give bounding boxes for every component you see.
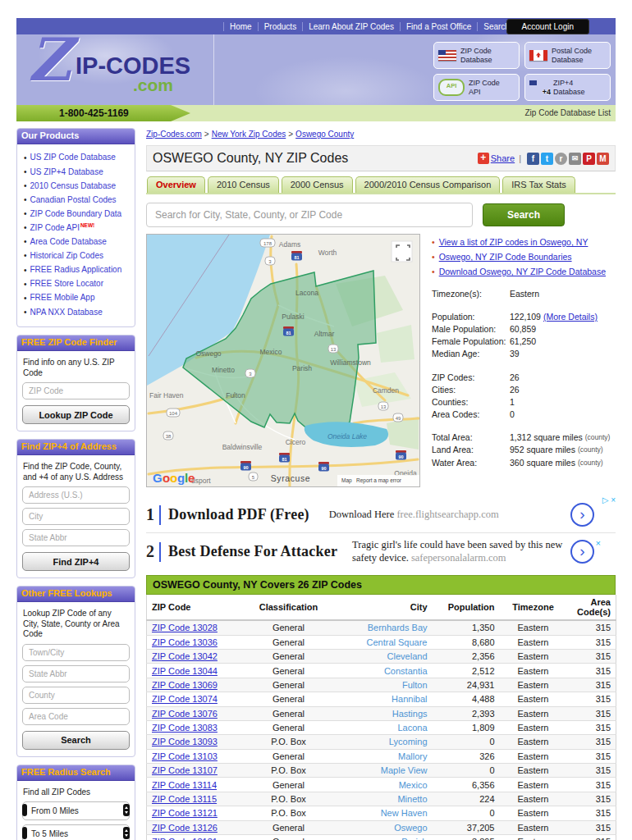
zip-code-link[interactable]: ZIP Code 13114 xyxy=(152,780,217,790)
tab-irs-tax-stats[interactable]: IRS Tax Stats xyxy=(502,176,575,193)
zip-code-input[interactable] xyxy=(22,382,130,399)
area-code-field[interactable] xyxy=(22,708,130,725)
city-link[interactable]: Parish xyxy=(401,837,427,840)
more-details-link[interactable]: (More Details) xyxy=(543,312,598,322)
tab-overview[interactable]: Overview xyxy=(147,176,205,193)
share-social-icon[interactable]: ✉ xyxy=(569,153,581,165)
county-map[interactable]: 178 3 3 13 13 104 38 49 5 81 81 81 xyxy=(146,234,420,487)
quick-link[interactable]: Download Oswego, NY ZIP Code Database xyxy=(439,267,606,276)
lookup-zip-code-button[interactable]: Lookup ZIP Code xyxy=(22,405,130,424)
zip-code-link[interactable]: ZIP Code 13076 xyxy=(152,709,218,719)
city-link[interactable]: Mexico xyxy=(399,780,428,790)
zip-code-link[interactable]: ZIP Code 13103 xyxy=(152,751,218,761)
zip-code-link[interactable]: ZIP Code 13036 xyxy=(152,637,218,647)
report-map-error-link[interactable]: Report a map error xyxy=(356,477,402,484)
share-social-icon[interactable]: r xyxy=(555,153,567,165)
share-link[interactable]: Share xyxy=(491,153,515,163)
tab-2000-census[interactable]: 2000 Census xyxy=(282,176,353,193)
city-field[interactable] xyxy=(22,508,130,525)
zip-code-link[interactable]: ZIP Code 13044 xyxy=(152,666,218,676)
city-link[interactable]: Lycoming xyxy=(389,737,428,746)
city-link[interactable]: Cleveland xyxy=(387,651,428,661)
radius-from-select[interactable]: From 0 Miles xyxy=(22,801,130,820)
tab-2010-census[interactable]: 2010 Census xyxy=(208,176,279,193)
product-link[interactable]: •US ZIP Code Database xyxy=(22,150,130,164)
zip-code-link[interactable]: ZIP Code 13028 xyxy=(152,623,218,632)
zip-code-link[interactable]: ZIP Code 13131 xyxy=(152,837,218,840)
nav-link[interactable]: Find a Post Office xyxy=(400,22,477,31)
account-login-button[interactable]: Account Login xyxy=(506,19,589,34)
product-link[interactable]: •2010 Census Database xyxy=(22,178,130,192)
share-social-icon[interactable]: M xyxy=(597,153,609,165)
city-link[interactable]: Hannibal xyxy=(392,694,427,704)
zip-code-link[interactable]: ZIP Code 13042 xyxy=(152,651,218,661)
quick-link[interactable]: View a list of ZIP codes in Oswego, NY xyxy=(439,237,588,247)
product-link[interactable]: •ZIP Code Boundary Data xyxy=(22,206,130,220)
product-link[interactable]: •NPA NXX Database xyxy=(22,304,130,318)
quick-link[interactable]: Oswego, NY ZIP Code Boundaries xyxy=(439,252,572,262)
zip-code-link[interactable]: ZIP Code 13126 xyxy=(152,823,218,833)
city-link[interactable]: Minetto xyxy=(397,794,427,804)
county-field[interactable] xyxy=(22,687,130,704)
zip-code-link[interactable]: ZIP Code 13074 xyxy=(152,694,218,704)
share-plus-icon[interactable]: + xyxy=(478,153,489,164)
product-link[interactable]: •FREE Mobile App xyxy=(22,290,130,304)
fullscreen-icon[interactable] xyxy=(392,241,412,262)
nav-link[interactable]: Learn About ZIP Codes xyxy=(302,22,400,31)
ad-arrow-button[interactable]: › xyxy=(570,503,594,527)
ad-close-icon[interactable]: × xyxy=(596,538,601,548)
share-social-icon[interactable]: t xyxy=(541,153,553,165)
zip-code-link[interactable]: ZIP Code 13083 xyxy=(152,723,218,733)
find-zip4-button[interactable]: Find ZIP+4 xyxy=(22,552,130,571)
zip-code-database-list-link[interactable]: Zip Code Database List xyxy=(524,108,611,117)
ad-title[interactable]: Best Defense For Attacker xyxy=(168,543,337,560)
product-link[interactable]: •Historical Zip Codes xyxy=(22,249,130,262)
spinner-icon[interactable] xyxy=(123,804,130,816)
search-input[interactable] xyxy=(146,203,473,227)
ad-2[interactable]: × 2 Best Defense For Attacker Tragic gir… xyxy=(146,533,616,570)
state-abbr-field[interactable] xyxy=(22,529,130,546)
product-link[interactable]: •FREE Radius Application xyxy=(22,262,130,276)
address-field[interactable] xyxy=(22,486,130,504)
zip-code-link[interactable]: ZIP Code 13107 xyxy=(152,765,218,775)
product-link[interactable]: •Canadian Postal Codes xyxy=(22,192,130,206)
town-city-field[interactable] xyxy=(22,644,130,661)
city-link[interactable]: Bernhards Bay xyxy=(368,623,428,632)
nav-link[interactable]: Products xyxy=(258,22,302,31)
product-link[interactable]: •US ZIP+4 Database xyxy=(22,164,130,178)
state-abbr-field2[interactable] xyxy=(22,665,130,682)
zip-code-link[interactable]: ZIP Code 13115 xyxy=(152,794,217,804)
radius-to-select[interactable]: To 5 Miles xyxy=(22,824,130,840)
product-link[interactable]: •Area Code Database xyxy=(22,235,130,249)
zip-code-api-button[interactable]: API ZIP CodeAPI xyxy=(433,74,520,101)
ad-arrow-button[interactable]: › xyxy=(570,540,594,564)
product-link[interactable]: •FREE Store Locator xyxy=(22,276,130,290)
product-link[interactable]: •ZIP Code APINEW! xyxy=(22,221,130,235)
nav-link[interactable]: Home xyxy=(223,22,258,31)
zip-plus4-database-button[interactable]: +4 ZIP+4Database xyxy=(524,74,611,101)
zip-code-link[interactable]: ZIP Code 13069 xyxy=(152,680,218,690)
search-button[interactable]: Search xyxy=(483,203,565,226)
city-link[interactable]: Constantia xyxy=(384,666,428,676)
breadcrumb-link[interactable]: Zip-Codes.com xyxy=(146,130,202,139)
ad-title[interactable]: Download PDF (Free) xyxy=(168,506,309,523)
city-link[interactable]: New Haven xyxy=(381,808,428,818)
breadcrumb-link[interactable]: New York Zip Codes xyxy=(212,130,286,139)
city-link[interactable]: Fulton xyxy=(402,680,428,690)
tab-census-comparison[interactable]: 2000/2010 Census Comparison xyxy=(355,176,501,193)
zip-code-database-button[interactable]: ZIP CodeDatabase xyxy=(433,42,520,69)
lookup-search-button[interactable]: Search xyxy=(22,731,130,750)
city-link[interactable]: Hastings xyxy=(392,709,428,719)
postal-code-database-button[interactable]: Postal CodeDatabase xyxy=(524,42,611,69)
zip-code-link[interactable]: ZIP Code 13121 xyxy=(152,808,218,818)
site-logo[interactable]: Z IP-CODES .com xyxy=(28,34,208,105)
city-link[interactable]: Maple View xyxy=(381,765,428,775)
share-social-icon[interactable]: P xyxy=(583,153,595,165)
ad-1[interactable]: 1 Download PDF (Free) Download Here free… xyxy=(146,497,616,532)
city-link[interactable]: Lacona xyxy=(397,723,427,733)
breadcrumb-link[interactable]: Oswego County xyxy=(295,130,354,139)
city-link[interactable]: Oswego xyxy=(394,823,427,833)
city-link[interactable]: Mallory xyxy=(398,751,427,761)
zip-code-link[interactable]: ZIP Code 13093 xyxy=(152,737,218,746)
spinner-icon[interactable] xyxy=(123,827,130,839)
